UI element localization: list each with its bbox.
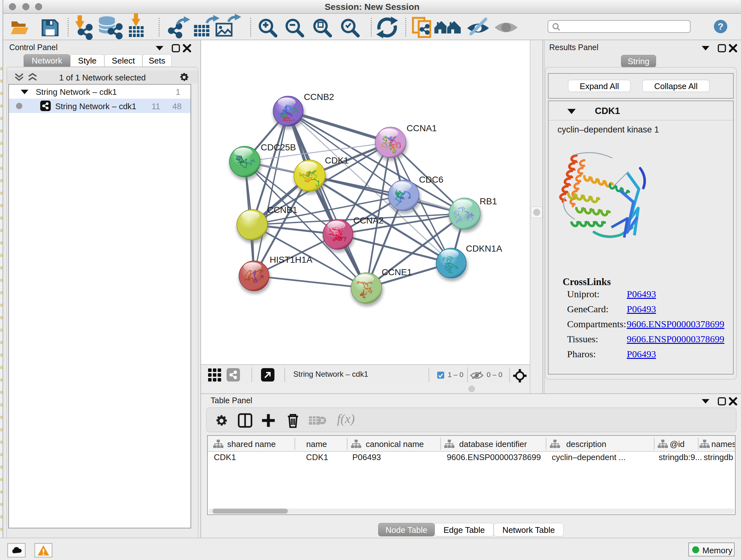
svg-text:CCNE1: CCNE1 [382, 267, 412, 277]
svg-text:CDC6: CDC6 [419, 175, 443, 185]
svg-text:CCNB2: CCNB2 [304, 92, 334, 102]
svg-text:RB1: RB1 [480, 196, 497, 206]
svg-text:CCNA1: CCNA1 [407, 123, 437, 133]
svg-text:CDC25B: CDC25B [261, 142, 296, 152]
svg-text:CDK1: CDK1 [325, 155, 349, 165]
svg-text:CCNA2: CCNA2 [353, 215, 384, 226]
svg-text:CDKN1A: CDKN1A [466, 244, 502, 253]
svg-text:CCNB1: CCNB1 [267, 205, 297, 215]
svg-text:HIST1H1A: HIST1H1A [270, 255, 313, 265]
